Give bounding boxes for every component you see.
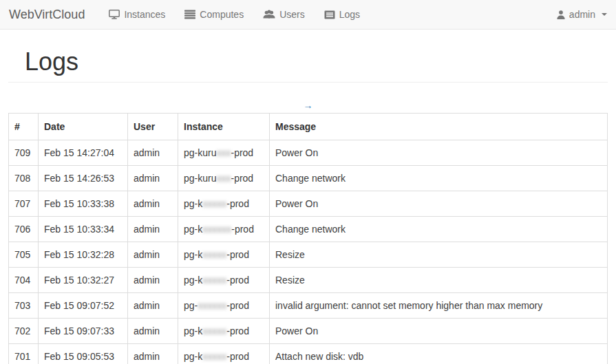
log-instance: pg-xxxxxx-prod bbox=[178, 293, 270, 319]
log-id: 707 bbox=[9, 191, 39, 217]
log-id: 705 bbox=[9, 242, 39, 268]
log-id: 708 bbox=[9, 166, 39, 191]
log-id: 704 bbox=[9, 268, 39, 293]
table-row: 703 Feb 15 09:07:52 admin pg-xxxxxx-prod… bbox=[9, 293, 608, 319]
log-user: admin bbox=[128, 217, 178, 242]
nav-item-users[interactable]: Users bbox=[253, 0, 315, 30]
log-instance: pg-kxxxxxx-prod bbox=[178, 217, 270, 242]
log-instance: pg-kxxxxx-prod bbox=[178, 242, 270, 268]
log-date: Feb 15 09:07:33 bbox=[39, 319, 128, 344]
redacted-text: xxxxx bbox=[202, 249, 226, 260]
log-message: Resize bbox=[270, 268, 608, 293]
user-icon bbox=[557, 10, 565, 19]
log-user: admin bbox=[128, 293, 178, 319]
log-id: 709 bbox=[9, 140, 39, 166]
header-message: Message bbox=[270, 114, 608, 140]
log-id: 702 bbox=[9, 319, 39, 344]
log-user: admin bbox=[128, 140, 178, 166]
log-message: Change network bbox=[270, 166, 608, 191]
redacted-text: xxx bbox=[216, 147, 231, 158]
log-id: 706 bbox=[9, 217, 39, 242]
redacted-text: xxxxx bbox=[202, 325, 226, 336]
pagination: → bbox=[8, 99, 608, 111]
page-title: Logs bbox=[25, 48, 608, 76]
redacted-text: xxx bbox=[216, 173, 231, 184]
log-id: 703 bbox=[9, 293, 39, 319]
brand-webvirtcloud[interactable]: WebVirtCloud bbox=[9, 8, 85, 22]
content: Logs → # Date User Instance Message 709 … bbox=[0, 48, 616, 364]
desktop-icon bbox=[109, 10, 120, 19]
log-date: Feb 15 10:33:34 bbox=[39, 217, 128, 242]
next-page-link[interactable]: → bbox=[304, 100, 313, 111]
table-row: 701 Feb 15 09:05:53 admin pg-kxxxxx-prod… bbox=[9, 344, 608, 364]
nav-label: Computes bbox=[200, 9, 244, 20]
header-instance: Instance bbox=[178, 114, 270, 140]
redacted-text: xxxxx bbox=[202, 351, 226, 362]
nav-item-instances[interactable]: Instances bbox=[99, 0, 175, 30]
table-header-row: # Date User Instance Message bbox=[9, 114, 608, 140]
logs-icon bbox=[324, 10, 335, 19]
logs-table: # Date User Instance Message 709 Feb 15 … bbox=[8, 113, 608, 364]
log-message: invalid argument: cannot set memory high… bbox=[270, 293, 608, 319]
table-row: 705 Feb 15 10:32:28 admin pg-kxxxxx-prod… bbox=[9, 242, 608, 268]
header-id: # bbox=[9, 114, 39, 140]
user-menu-label: admin bbox=[569, 9, 595, 20]
table-row: 706 Feb 15 10:33:34 admin pg-kxxxxxx-pro… bbox=[9, 217, 608, 242]
log-user: admin bbox=[128, 319, 178, 344]
log-instance: pg-kxxxxx-prod bbox=[178, 268, 270, 293]
navbar: WebVirtCloud Instances Compu bbox=[0, 0, 616, 30]
log-date: Feb 15 10:32:27 bbox=[39, 268, 128, 293]
table-row: 704 Feb 15 10:32:27 admin pg-kxxxxx-prod… bbox=[9, 268, 608, 293]
log-instance: pg-kuruxxx-prod bbox=[178, 166, 270, 191]
nav-label: Users bbox=[279, 9, 305, 20]
log-user: admin bbox=[128, 242, 178, 268]
log-user: admin bbox=[128, 344, 178, 364]
table-row: 708 Feb 15 14:26:53 admin pg-kuruxxx-pro… bbox=[9, 166, 608, 191]
log-user: admin bbox=[128, 166, 178, 191]
log-date: Feb 15 09:07:52 bbox=[39, 293, 128, 319]
header-user: User bbox=[128, 114, 178, 140]
log-message: Resize bbox=[270, 242, 608, 268]
log-message: Attach new disk: vdb bbox=[270, 344, 608, 364]
nav-item-computes[interactable]: Computes bbox=[175, 0, 253, 30]
log-date: Feb 15 09:05:53 bbox=[39, 344, 128, 364]
nav-item-logs[interactable]: Logs bbox=[315, 0, 370, 30]
log-date: Feb 15 14:27:04 bbox=[39, 140, 128, 166]
users-icon bbox=[263, 10, 275, 19]
table-row: 709 Feb 15 14:27:04 admin pg-kuruxxx-pro… bbox=[9, 140, 608, 166]
user-menu-admin[interactable]: admin bbox=[557, 9, 607, 20]
log-date: Feb 15 10:33:38 bbox=[39, 191, 128, 217]
log-id: 701 bbox=[9, 344, 39, 364]
table-row: 702 Feb 15 09:07:33 admin pg-kxxxxx-prod… bbox=[9, 319, 608, 344]
main-nav: Instances Computes bbox=[99, 0, 370, 30]
log-instance: pg-kxxxxx-prod bbox=[178, 191, 270, 217]
log-user: admin bbox=[128, 268, 178, 293]
header-date: Date bbox=[39, 114, 128, 140]
log-instance: pg-kxxxxx-prod bbox=[178, 344, 270, 364]
redacted-text: xxxxx bbox=[202, 198, 226, 209]
chevron-down-icon bbox=[602, 13, 607, 16]
log-instance: pg-kuruxxx-prod bbox=[178, 140, 270, 166]
redacted-text: xxxxxx bbox=[202, 224, 231, 235]
log-instance: pg-kxxxxx-prod bbox=[178, 319, 270, 344]
log-date: Feb 15 10:32:28 bbox=[39, 242, 128, 268]
log-date: Feb 15 14:26:53 bbox=[39, 166, 128, 191]
log-message: Change network bbox=[270, 217, 608, 242]
log-message: Power On bbox=[270, 191, 608, 217]
log-message: Power On bbox=[270, 140, 608, 166]
server-icon bbox=[184, 10, 195, 19]
nav-label: Logs bbox=[339, 9, 360, 20]
redacted-text: xxxxxx bbox=[198, 300, 226, 311]
page-header: Logs bbox=[8, 48, 608, 83]
redacted-text: xxxxx bbox=[202, 275, 226, 286]
log-message: Power On bbox=[270, 319, 608, 344]
nav-label: Instances bbox=[124, 9, 165, 20]
log-user: admin bbox=[128, 191, 178, 217]
table-row: 707 Feb 15 10:33:38 admin pg-kxxxxx-prod… bbox=[9, 191, 608, 217]
